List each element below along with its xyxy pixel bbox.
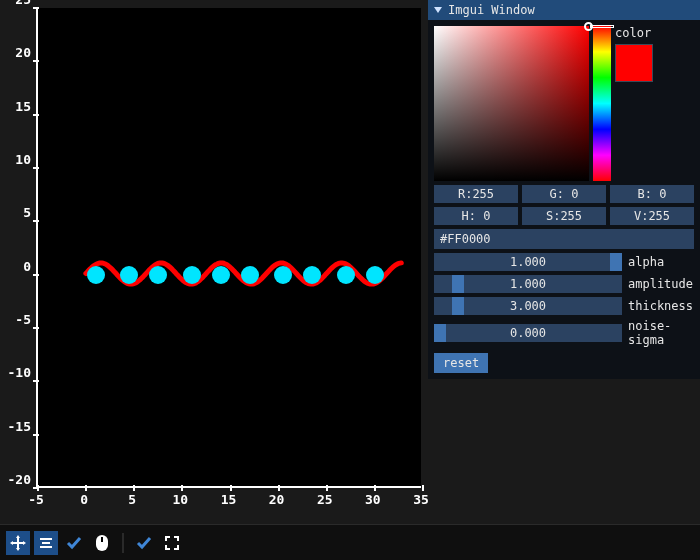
data-point[interactable] bbox=[303, 266, 321, 284]
color-swatch[interactable] bbox=[615, 44, 653, 82]
svg-rect-0 bbox=[40, 538, 52, 540]
s-field[interactable]: S:255 bbox=[522, 207, 606, 225]
g-field[interactable]: G: 0 bbox=[522, 185, 606, 203]
alpha-label: alpha bbox=[628, 255, 664, 269]
move-icon[interactable] bbox=[6, 531, 30, 555]
imgui-titlebar[interactable]: Imgui Window bbox=[428, 0, 700, 20]
v-field[interactable]: V:255 bbox=[610, 207, 694, 225]
amplitude-label: amplitude bbox=[628, 277, 693, 291]
amplitude-slider[interactable]: 1.000 bbox=[434, 275, 622, 293]
align-icon[interactable] bbox=[34, 531, 58, 555]
fullscreen-icon[interactable] bbox=[160, 531, 184, 555]
plot-panel: -20-15-10-50510152025 -505101520253035 bbox=[6, 8, 426, 506]
color-hue-bar[interactable] bbox=[593, 26, 611, 181]
h-field[interactable]: H: 0 bbox=[434, 207, 518, 225]
data-point[interactable] bbox=[212, 266, 230, 284]
r-field[interactable]: R:255 bbox=[434, 185, 518, 203]
svg-rect-2 bbox=[40, 546, 52, 548]
hex-field[interactable]: #FF0000 bbox=[434, 229, 694, 249]
bottom-toolbar bbox=[0, 524, 700, 560]
mouse-icon[interactable] bbox=[90, 531, 114, 555]
data-point[interactable] bbox=[149, 266, 167, 284]
sine-curve bbox=[38, 8, 421, 486]
imgui-title-text: Imgui Window bbox=[448, 3, 535, 17]
data-point[interactable] bbox=[337, 266, 355, 284]
imgui-body: color R:255 G: 0 B: 0 H: 0 S:255 V:255 #… bbox=[428, 20, 700, 379]
noise-label: noise-sigma bbox=[628, 319, 694, 347]
color-sat-val[interactable] bbox=[434, 26, 589, 181]
svg-rect-1 bbox=[42, 542, 50, 544]
noise-slider[interactable]: 0.000 bbox=[434, 324, 622, 342]
check-icon-2[interactable] bbox=[132, 531, 156, 555]
data-point[interactable] bbox=[274, 266, 292, 284]
thickness-label: thickness bbox=[628, 299, 693, 313]
y-axis-labels: -20-15-10-50510152025 bbox=[6, 0, 34, 490]
alpha-slider[interactable]: 1.000 bbox=[434, 253, 622, 271]
data-point[interactable] bbox=[366, 266, 384, 284]
data-point[interactable] bbox=[120, 266, 138, 284]
data-point[interactable] bbox=[183, 266, 201, 284]
svg-rect-4 bbox=[101, 537, 103, 542]
color-label: color bbox=[615, 26, 653, 40]
reset-button[interactable]: reset bbox=[434, 353, 488, 373]
toolbar-separator bbox=[122, 533, 124, 553]
check-icon-1[interactable] bbox=[62, 531, 86, 555]
x-axis-labels: -505101520253035 bbox=[36, 492, 421, 508]
plot-area[interactable] bbox=[36, 8, 421, 488]
thickness-slider[interactable]: 3.000 bbox=[434, 297, 622, 315]
data-point[interactable] bbox=[241, 266, 259, 284]
b-field[interactable]: B: 0 bbox=[610, 185, 694, 203]
data-point[interactable] bbox=[87, 266, 105, 284]
imgui-window[interactable]: Imgui Window color R:255 G: 0 B: 0 H: 0 … bbox=[428, 0, 700, 379]
